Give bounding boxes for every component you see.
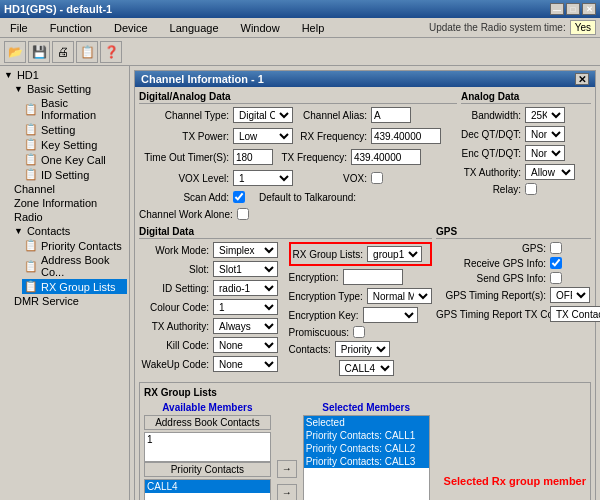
remove-from-selected-button[interactable]: → [277,484,297,501]
close-button[interactable]: ✕ [582,3,596,15]
yes-button[interactable]: Yes [570,20,596,35]
gps-check-row: GPS: [436,242,591,254]
relay-row: Relay: [461,183,591,195]
sidebar-item-contacts[interactable]: ▼ Contacts [12,224,127,238]
print-button[interactable]: 🖨 [52,41,74,63]
menu-file[interactable]: File [4,20,34,36]
gps-header: GPS [436,226,591,239]
priority-contacts-list: CALL4 [144,479,271,500]
menu-device[interactable]: Device [108,20,154,36]
id-setting-select[interactable]: radio-1 [213,280,278,296]
sidebar-item-one-key-call[interactable]: 📋 One Key Call [22,152,127,167]
rx-group-lists-section: RX Group Lists Available Members Address… [139,382,591,500]
digital-data-header: Digital Data [139,226,432,239]
clipboard-button[interactable]: 📋 [76,41,98,63]
sidebar-item-zone[interactable]: Zone Information [12,196,127,210]
vox-select[interactable]: 1 [233,170,293,186]
tx-freq-label: TX Frequency: [277,152,347,163]
gps-timing2-select[interactable]: TX Contact... [550,306,600,322]
priority-contacts-item[interactable]: CALL4 [145,480,270,493]
menu-function[interactable]: Function [44,20,98,36]
channel-work-check[interactable] [237,208,249,220]
bandwidth-select[interactable]: 25K [525,107,565,123]
tx-auth-select[interactable]: Always [213,318,278,334]
selected-item-2[interactable]: Priority Contacts: CALL2 [304,442,429,455]
enc-type-row: Encryption Type: Normal Moc... [289,288,433,304]
channel-alias-input[interactable] [371,107,411,123]
maximize-button[interactable]: □ [566,3,580,15]
sidebar-item-basic-information[interactable]: 📋 Basic Information [22,96,127,122]
tx-authority-select[interactable]: Allow TX [525,164,575,180]
tx-freq-input[interactable] [351,149,421,165]
enc-qt-select[interactable]: None [525,145,565,161]
work-mode-label: Work Mode: [139,245,209,256]
selected-item-1[interactable]: Priority Contacts: CALL1 [304,429,429,442]
sidebar-basic-children: 📋 Basic Information 📋 Setting 📋 Key Sett… [22,96,127,182]
gps-timing1-select[interactable]: OFF [550,287,590,303]
enc-key-select[interactable] [363,307,418,323]
colour-code-select[interactable]: 1 [213,299,278,315]
channel-type-select[interactable]: Digital Ch [233,107,293,123]
timeout-input[interactable] [233,149,273,165]
scan-add-check[interactable] [233,191,245,203]
vox-check[interactable] [371,172,383,184]
id-setting-row: ID Setting: radio-1 [139,280,283,296]
sidebar: ▼ HD1 ▼ Basic Setting 📋 Basic Informatio… [0,66,130,500]
sidebar-item-setting[interactable]: 📋 Setting [22,122,127,137]
wakeup-label: WakeUp Code: [139,359,209,370]
menu-help[interactable]: Help [296,20,331,36]
dec-qt-row: Dec QT/DQT: None [461,126,591,142]
enc-type-select[interactable]: Normal Moc... [367,288,432,304]
rx-group-content: Available Members Address Book Contacts … [144,402,586,500]
tx-power-select[interactable]: Low [233,128,293,144]
contacts-select[interactable]: Priority [335,341,390,357]
sidebar-item-priority-contacts[interactable]: 📋 Priority Contacts [22,238,127,253]
slot-select[interactable]: Slot1 [213,261,278,277]
sidebar-item-key-setting[interactable]: 📋 Key Setting [22,137,127,152]
sidebar-item-id-setting[interactable]: 📋 ID Setting [22,167,127,182]
open-button[interactable]: 📂 [4,41,26,63]
sidebar-item-radio[interactable]: Radio [12,210,127,224]
promiscuous-check[interactable] [353,326,365,338]
add-to-selected-button[interactable]: → [277,460,297,478]
minimize-button[interactable]: — [550,3,564,15]
sidebar-id-icon: 📋 [24,168,38,181]
panel-close-button[interactable]: ✕ [575,73,589,85]
bandwidth-row: Bandwidth: 25K [461,107,591,123]
sidebar-hd1-root[interactable]: ▼ HD1 [2,68,127,82]
menu-window[interactable]: Window [235,20,286,36]
send-gps-check[interactable] [550,272,562,284]
sidebar-priority-icon: 📋 [24,239,38,252]
sidebar-contacts-section: ▼ Contacts 📋 Priority Contacts 📋 Address… [12,224,127,294]
slot-label: Slot: [139,264,209,275]
sidebar-item-address-book[interactable]: 📋 Address Book Co... [22,253,127,279]
encryption-label: Encryption: [289,272,339,283]
receive-gps-check[interactable] [550,257,562,269]
save-button[interactable]: 💾 [28,41,50,63]
address-book-label: Address Book Contacts [144,415,271,430]
encryption-input[interactable] [343,269,403,285]
relay-check[interactable] [525,183,537,195]
digital-analog-header: Digital/Analog Data [139,91,457,104]
menu-bar: File Function Device Language Window Hel… [0,18,600,38]
sidebar-rx-icon: 📋 [24,280,38,293]
sidebar-item-basic-setting[interactable]: ▼ Basic Setting [12,82,127,96]
work-mode-row: Work Mode: Simplex [139,242,283,258]
contacts2-select[interactable]: CALL4 [339,360,394,376]
kill-code-select[interactable]: None [213,337,278,353]
menu-language[interactable]: Language [164,20,225,36]
help-button[interactable]: ❓ [100,41,122,63]
sidebar-rx-label: RX Group Lists [41,281,116,293]
sidebar-item-rx-group-lists[interactable]: 📋 RX Group Lists [22,279,127,294]
sidebar-item-dmr-service[interactable]: DMR Service [12,294,127,308]
sidebar-item-channel[interactable]: Channel [12,182,127,196]
dec-qt-select[interactable]: None [525,126,565,142]
selected-item-3[interactable]: Priority Contacts: CALL3 [304,455,429,468]
rx-freq-input[interactable] [371,128,441,144]
gps-check[interactable] [550,242,562,254]
rx-group-lists-title: RX Group Lists [144,387,586,398]
sidebar-address-label: Address Book Co... [41,254,125,278]
work-mode-select[interactable]: Simplex [213,242,278,258]
wakeup-select[interactable]: None [213,356,278,372]
rx-group-select[interactable]: group1 [367,246,422,262]
